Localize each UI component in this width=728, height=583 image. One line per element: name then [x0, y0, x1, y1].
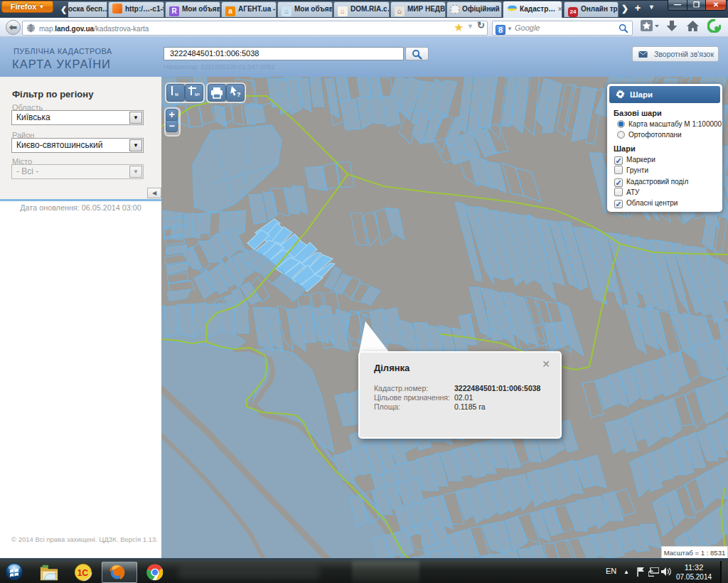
- svg-text:1С: 1С: [77, 568, 89, 578]
- svg-text:м: м: [175, 92, 178, 97]
- svg-text:м²: м²: [195, 92, 200, 97]
- svg-text:?: ?: [237, 91, 241, 98]
